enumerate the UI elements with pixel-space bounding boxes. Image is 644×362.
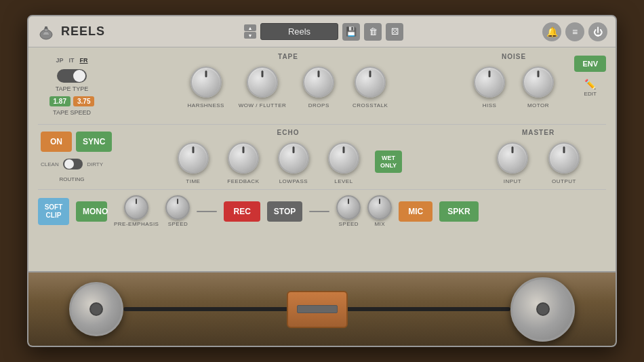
divider-2 — [38, 189, 606, 190]
env-button[interactable]: ENV — [574, 56, 606, 72]
pre-emphasis-label: PRE-EMPHASIS — [114, 221, 159, 227]
knob-lowpass-control[interactable] — [275, 139, 313, 177]
tape-section: TAPE HARSHNESS WOW / FLUTTER — [111, 53, 465, 108]
mix-knob[interactable] — [367, 195, 392, 220]
lowpass-knob[interactable] — [278, 142, 309, 174]
routing-toggle[interactable] — [63, 159, 83, 169]
bell-button[interactable]: 🔔 — [542, 22, 561, 41]
wow-flutter-knob[interactable] — [247, 66, 278, 98]
header-icons: 💾 🗑 ⚄ — [342, 23, 403, 41]
tape-tab-jp[interactable]: JP — [56, 57, 63, 64]
speed1-knob[interactable] — [165, 195, 190, 220]
crosstalk-knob[interactable] — [355, 66, 386, 98]
pre-emphasis-knob[interactable] — [124, 195, 148, 220]
clean-label: CLEAN — [41, 161, 59, 167]
knob-hiss-control[interactable] — [470, 63, 508, 101]
menu-button[interactable]: ≡ — [565, 22, 584, 41]
wet-only-button[interactable]: WETONLY — [375, 150, 402, 174]
logo-text: REELS — [61, 24, 105, 39]
speed-badge-1[interactable]: 1.87 — [49, 96, 71, 106]
knob-feedback: FEEDBACK — [224, 139, 262, 184]
svg-rect-2 — [45, 26, 47, 29]
speed2-knob[interactable] — [336, 195, 361, 220]
knob-time-control[interactable] — [174, 139, 212, 177]
spkr-button[interactable]: SPKR — [439, 201, 478, 222]
save-button[interactable]: 💾 — [342, 23, 360, 41]
dash-line-1 — [197, 211, 217, 212]
mic-button[interactable]: MIC — [399, 201, 432, 222]
master-section-label: MASTER — [522, 129, 555, 136]
tape-tab-fr[interactable]: FR — [80, 57, 88, 64]
knob-harshness: HARSHNESS — [187, 63, 225, 108]
mix-knob-group: MIX — [367, 195, 392, 227]
power-button[interactable]: ⏻ — [588, 22, 607, 41]
knob-wow-flutter-control[interactable] — [243, 63, 281, 101]
feedback-label: FEEDBACK — [227, 178, 259, 184]
master-knobs-row: INPUT OUTPUT — [494, 139, 583, 184]
preset-arrows: ▲ ▼ — [244, 24, 256, 39]
speed2-knob-group: SPEED — [336, 195, 361, 227]
noise-section-label: NOISE — [470, 53, 557, 60]
crosstalk-label: CROSSTALK — [353, 102, 388, 108]
tape-deck — [28, 271, 616, 346]
right-reel-inner — [536, 302, 550, 316]
knob-crosstalk-control[interactable] — [351, 63, 389, 101]
divider-1 — [38, 124, 606, 125]
echo-section: ECHO TIME FEEDBACK — [111, 129, 465, 184]
sync-button[interactable]: SYNC — [76, 132, 112, 152]
hiss-knob[interactable] — [474, 66, 505, 98]
logo-icon — [37, 22, 56, 41]
right-reel — [510, 277, 575, 342]
stop-button[interactable]: STOP — [267, 201, 302, 222]
plugin-window: REELS ▲ ▼ Reels 💾 🗑 ⚄ 🔔 ≡ ⏻ — [27, 15, 617, 347]
knob-level: LEVEL — [325, 139, 363, 184]
toggle-knob — [73, 70, 85, 82]
time-knob[interactable] — [178, 142, 209, 174]
knob-output-control[interactable] — [545, 139, 583, 177]
harshness-knob[interactable] — [190, 66, 222, 98]
controls-left: ON SYNC CLEAN DIRTY ROUTING — [38, 129, 106, 185]
level-knob[interactable] — [328, 142, 359, 174]
tape-type-label: TAPE TYPE — [56, 85, 89, 92]
tape-knobs-row: HARSHNESS WOW / FLUTTER DROPS — [187, 63, 390, 108]
speed2-label: SPEED — [338, 221, 359, 227]
speed-badge-2[interactable]: 3.75 — [73, 96, 94, 106]
edit-area: ✏️ EDIT — [584, 79, 597, 97]
preset-down-button[interactable]: ▼ — [244, 32, 256, 39]
soft-clip-button[interactable]: SOFTCLIP — [38, 198, 69, 225]
harshness-label: HARSHNESS — [188, 102, 224, 108]
edit-icon[interactable]: ✏️ — [584, 79, 596, 89]
rec-button[interactable]: REC — [224, 201, 260, 222]
level-label: LEVEL — [334, 178, 353, 184]
feedback-knob[interactable] — [228, 142, 259, 174]
drops-knob[interactable] — [303, 66, 334, 98]
mono-button[interactable]: MONO — [76, 201, 107, 222]
tape-type-toggle[interactable] — [57, 69, 87, 83]
knob-lowpass: LOWPASS — [275, 139, 313, 184]
preset-name: Reels — [260, 23, 338, 40]
input-knob[interactable] — [497, 142, 528, 174]
on-button[interactable]: ON — [41, 132, 72, 152]
preset-up-button[interactable]: ▲ — [244, 24, 256, 31]
knob-drops-control[interactable] — [300, 63, 338, 101]
knob-output: OUTPUT — [545, 139, 583, 184]
motor-knob[interactable] — [523, 66, 554, 98]
knob-motor-control[interactable] — [519, 63, 557, 101]
speed1-knob-group: SPEED — [165, 195, 190, 227]
output-knob[interactable] — [548, 142, 580, 174]
knob-level-control[interactable] — [325, 139, 363, 177]
knob-crosstalk: CROSSTALK — [351, 63, 389, 108]
tape-type-tabs: JP IT FR — [56, 57, 87, 64]
input-label: INPUT — [504, 178, 522, 184]
tape-tab-it[interactable]: IT — [69, 57, 75, 64]
routing-label: ROUTING — [41, 176, 103, 182]
clean-dirty-row: CLEAN DIRTY — [41, 156, 103, 172]
delete-button[interactable]: 🗑 — [364, 23, 382, 41]
noise-knobs-row: HISS MOTOR — [470, 63, 557, 108]
tape-head — [287, 291, 348, 328]
knob-feedback-control[interactable] — [224, 139, 262, 177]
left-reel-inner — [89, 302, 103, 316]
randomize-button[interactable]: ⚄ — [386, 23, 403, 41]
knob-harshness-control[interactable] — [187, 63, 225, 101]
knob-input-control[interactable] — [494, 139, 531, 177]
